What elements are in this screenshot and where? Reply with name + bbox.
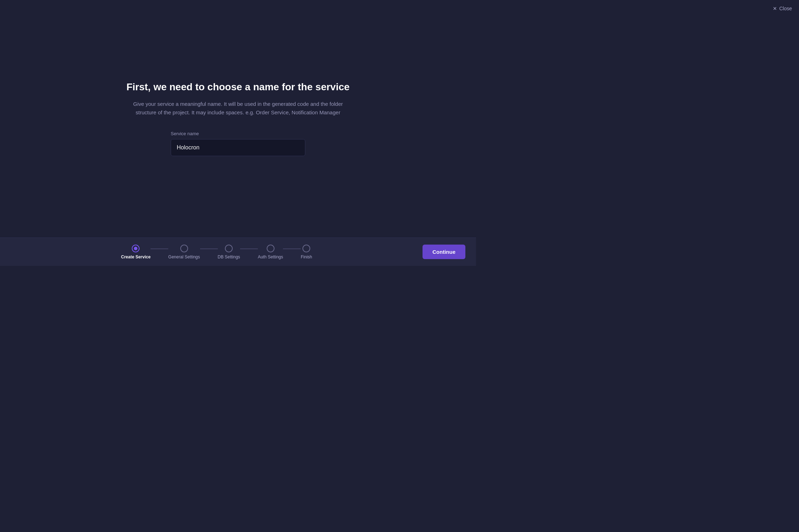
main-content: First, we need to choose a name for the … — [0, 0, 476, 238]
stepper: Create Service General Settings DB Setti… — [11, 245, 423, 259]
step-connector-1 — [151, 248, 168, 249]
step-connector-2 — [200, 248, 218, 249]
service-name-label: Service name — [171, 131, 305, 136]
step-label-2: General Settings — [168, 254, 200, 259]
step-circle-3 — [225, 245, 233, 252]
service-name-form: Service name — [171, 131, 305, 156]
step-label-3: DB Settings — [218, 254, 240, 259]
bottom-bar: Create Service General Settings DB Setti… — [0, 238, 476, 266]
page-description: Give your service a meaningful name. It … — [132, 100, 344, 117]
step-circle-4 — [267, 245, 274, 252]
step-label-4: Auth Settings — [258, 254, 283, 259]
step-finish: Finish — [301, 245, 312, 259]
step-circle-1 — [132, 245, 140, 252]
continue-button[interactable]: Continue — [423, 245, 465, 259]
step-connector-3 — [240, 248, 258, 249]
step-db-settings: DB Settings — [218, 245, 240, 259]
step-auth-settings: Auth Settings — [258, 245, 283, 259]
step-create-service: Create Service — [121, 245, 151, 259]
step-connector-4 — [283, 248, 301, 249]
service-name-input[interactable] — [171, 139, 305, 156]
step-label-5: Finish — [301, 254, 312, 259]
step-label-1: Create Service — [121, 254, 151, 259]
page-title: First, we need to choose a name for the … — [126, 81, 350, 93]
step-general-settings: General Settings — [168, 245, 200, 259]
step-circle-2 — [180, 245, 188, 252]
step-circle-5 — [302, 245, 310, 252]
